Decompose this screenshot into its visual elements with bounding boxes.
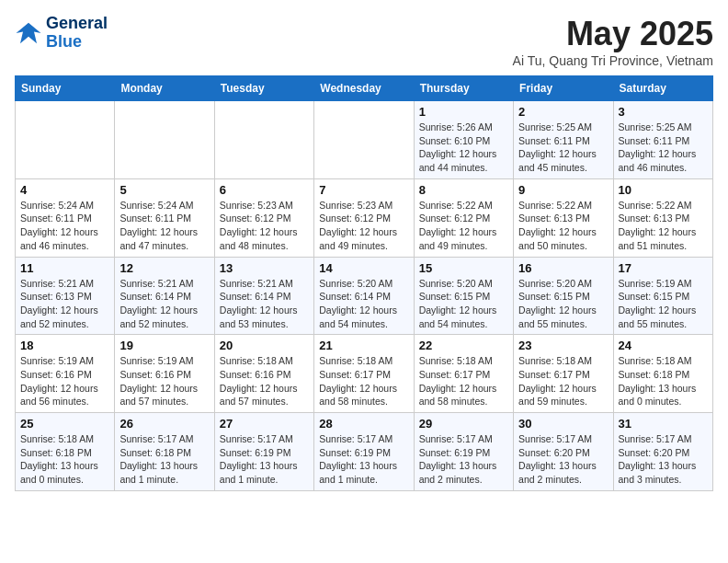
day-number: 17 — [619, 261, 708, 275]
calendar-cell: 6Sunrise: 5:23 AM Sunset: 6:12 PM Daylig… — [214, 178, 313, 257]
day-info: Sunrise: 5:20 AM Sunset: 6:15 PM Dayligh… — [518, 277, 608, 331]
calendar-cell: 26Sunrise: 5:17 AM Sunset: 6:18 PM Dayli… — [115, 413, 214, 491]
day-number: 7 — [319, 183, 408, 197]
day-info: Sunrise: 5:19 AM Sunset: 6:16 PM Dayligh… — [20, 354, 109, 408]
weekday-header-saturday: Saturday — [613, 76, 712, 101]
weekday-header-wednesday: Wednesday — [314, 76, 414, 101]
calendar-cell: 23Sunrise: 5:18 AM Sunset: 6:17 PM Dayli… — [514, 335, 613, 413]
weekday-header-friday: Friday — [514, 76, 613, 101]
calendar-cell: 13Sunrise: 5:21 AM Sunset: 6:14 PM Dayli… — [214, 257, 313, 335]
day-number: 5 — [119, 183, 209, 197]
day-number: 30 — [518, 417, 608, 431]
day-info: Sunrise: 5:22 AM Sunset: 6:13 PM Dayligh… — [518, 199, 608, 253]
day-number: 20 — [220, 339, 309, 352]
day-number: 31 — [619, 417, 708, 431]
calendar-cell: 1Sunrise: 5:26 AM Sunset: 6:10 PM Daylig… — [414, 101, 513, 179]
day-info: Sunrise: 5:21 AM Sunset: 6:13 PM Dayligh… — [20, 277, 109, 331]
day-info: Sunrise: 5:21 AM Sunset: 6:14 PM Dayligh… — [220, 277, 309, 331]
day-number: 11 — [20, 261, 109, 275]
day-number: 4 — [20, 183, 109, 197]
logo: General Blue — [15, 15, 108, 52]
day-info: Sunrise: 5:23 AM Sunset: 6:12 PM Dayligh… — [319, 199, 408, 253]
calendar-cell: 21Sunrise: 5:18 AM Sunset: 6:17 PM Dayli… — [314, 335, 414, 413]
day-number: 6 — [220, 183, 309, 197]
day-info: Sunrise: 5:17 AM Sunset: 6:19 PM Dayligh… — [220, 432, 309, 487]
day-number: 14 — [319, 261, 408, 275]
day-number: 29 — [419, 417, 508, 431]
calendar-cell: 8Sunrise: 5:22 AM Sunset: 6:12 PM Daylig… — [414, 178, 513, 257]
day-info: Sunrise: 5:18 AM Sunset: 6:18 PM Dayligh… — [20, 432, 109, 487]
calendar-cell: 31Sunrise: 5:17 AM Sunset: 6:20 PM Dayli… — [613, 413, 712, 491]
calendar-cell: 22Sunrise: 5:18 AM Sunset: 6:17 PM Dayli… — [414, 335, 513, 413]
day-number: 3 — [619, 105, 708, 119]
day-info: Sunrise: 5:18 AM Sunset: 6:17 PM Dayligh… — [319, 354, 408, 408]
day-info: Sunrise: 5:24 AM Sunset: 6:11 PM Dayligh… — [20, 199, 109, 253]
calendar-cell: 10Sunrise: 5:22 AM Sunset: 6:13 PM Dayli… — [613, 178, 712, 257]
day-info: Sunrise: 5:19 AM Sunset: 6:16 PM Dayligh… — [119, 354, 209, 408]
day-number: 9 — [518, 183, 608, 197]
calendar-cell: 24Sunrise: 5:18 AM Sunset: 6:18 PM Dayli… — [613, 335, 712, 413]
day-info: Sunrise: 5:24 AM Sunset: 6:11 PM Dayligh… — [119, 199, 209, 253]
logo-icon — [15, 19, 42, 47]
calendar-cell: 16Sunrise: 5:20 AM Sunset: 6:15 PM Dayli… — [514, 257, 613, 335]
day-number: 25 — [20, 417, 109, 431]
page-header: General Blue May 2025 Ai Tu, Quang Tri P… — [15, 15, 713, 68]
day-number: 16 — [518, 261, 608, 275]
day-number: 15 — [419, 261, 508, 275]
day-info: Sunrise: 5:22 AM Sunset: 6:12 PM Dayligh… — [419, 199, 508, 253]
day-number: 13 — [220, 261, 309, 275]
day-info: Sunrise: 5:25 AM Sunset: 6:11 PM Dayligh… — [619, 121, 708, 175]
calendar-cell: 3Sunrise: 5:25 AM Sunset: 6:11 PM Daylig… — [613, 101, 712, 179]
day-info: Sunrise: 5:17 AM Sunset: 6:18 PM Dayligh… — [119, 432, 209, 487]
day-info: Sunrise: 5:20 AM Sunset: 6:14 PM Dayligh… — [319, 277, 408, 331]
calendar-cell: 27Sunrise: 5:17 AM Sunset: 6:19 PM Dayli… — [214, 413, 313, 491]
day-info: Sunrise: 5:18 AM Sunset: 6:17 PM Dayligh… — [419, 354, 508, 408]
weekday-header-monday: Monday — [115, 76, 214, 101]
day-info: Sunrise: 5:26 AM Sunset: 6:10 PM Dayligh… — [419, 121, 508, 175]
day-number: 21 — [319, 339, 408, 352]
calendar-cell — [214, 101, 313, 179]
day-number: 10 — [619, 183, 708, 197]
day-info: Sunrise: 5:17 AM Sunset: 6:20 PM Dayligh… — [619, 432, 708, 487]
day-number: 19 — [119, 339, 209, 352]
day-info: Sunrise: 5:18 AM Sunset: 6:17 PM Dayligh… — [518, 354, 608, 408]
title-block: May 2025 Ai Tu, Quang Tri Province, Viet… — [513, 15, 713, 68]
day-number: 27 — [220, 417, 309, 431]
calendar-cell: 19Sunrise: 5:19 AM Sunset: 6:16 PM Dayli… — [115, 335, 214, 413]
day-info: Sunrise: 5:17 AM Sunset: 6:19 PM Dayligh… — [319, 432, 408, 487]
calendar-cell — [16, 101, 115, 179]
calendar-cell: 15Sunrise: 5:20 AM Sunset: 6:15 PM Dayli… — [414, 257, 513, 335]
day-number: 24 — [619, 339, 708, 352]
day-info: Sunrise: 5:17 AM Sunset: 6:19 PM Dayligh… — [419, 432, 508, 487]
day-info: Sunrise: 5:19 AM Sunset: 6:15 PM Dayligh… — [619, 277, 708, 331]
calendar-cell: 7Sunrise: 5:23 AM Sunset: 6:12 PM Daylig… — [314, 178, 414, 257]
calendar-cell: 28Sunrise: 5:17 AM Sunset: 6:19 PM Dayli… — [314, 413, 414, 491]
calendar-table: SundayMondayTuesdayWednesdayThursdayFrid… — [15, 75, 713, 491]
day-info: Sunrise: 5:23 AM Sunset: 6:12 PM Dayligh… — [220, 199, 309, 253]
day-number: 8 — [419, 183, 508, 197]
calendar-cell: 11Sunrise: 5:21 AM Sunset: 6:13 PM Dayli… — [16, 257, 115, 335]
day-number: 12 — [119, 261, 209, 275]
calendar-cell: 12Sunrise: 5:21 AM Sunset: 6:14 PM Dayli… — [115, 257, 214, 335]
day-number: 1 — [419, 105, 508, 119]
weekday-header-thursday: Thursday — [414, 76, 513, 101]
calendar-cell: 14Sunrise: 5:20 AM Sunset: 6:14 PM Dayli… — [314, 257, 414, 335]
day-number: 28 — [319, 417, 408, 431]
weekday-header-sunday: Sunday — [16, 76, 115, 101]
calendar-cell: 30Sunrise: 5:17 AM Sunset: 6:20 PM Dayli… — [514, 413, 613, 491]
day-number: 23 — [518, 339, 608, 352]
calendar-cell: 25Sunrise: 5:18 AM Sunset: 6:18 PM Dayli… — [16, 413, 115, 491]
calendar-cell: 5Sunrise: 5:24 AM Sunset: 6:11 PM Daylig… — [115, 178, 214, 257]
calendar-cell: 17Sunrise: 5:19 AM Sunset: 6:15 PM Dayli… — [613, 257, 712, 335]
day-number: 26 — [119, 417, 209, 431]
calendar-cell: 4Sunrise: 5:24 AM Sunset: 6:11 PM Daylig… — [16, 178, 115, 257]
day-info: Sunrise: 5:17 AM Sunset: 6:20 PM Dayligh… — [518, 432, 608, 487]
calendar-cell — [314, 101, 414, 179]
calendar-cell: 18Sunrise: 5:19 AM Sunset: 6:16 PM Dayli… — [16, 335, 115, 413]
day-info: Sunrise: 5:20 AM Sunset: 6:15 PM Dayligh… — [419, 277, 508, 331]
day-info: Sunrise: 5:21 AM Sunset: 6:14 PM Dayligh… — [119, 277, 209, 331]
weekday-header-tuesday: Tuesday — [214, 76, 313, 101]
day-info: Sunrise: 5:18 AM Sunset: 6:16 PM Dayligh… — [220, 354, 309, 408]
day-number: 18 — [20, 339, 109, 352]
day-number: 22 — [419, 339, 508, 352]
